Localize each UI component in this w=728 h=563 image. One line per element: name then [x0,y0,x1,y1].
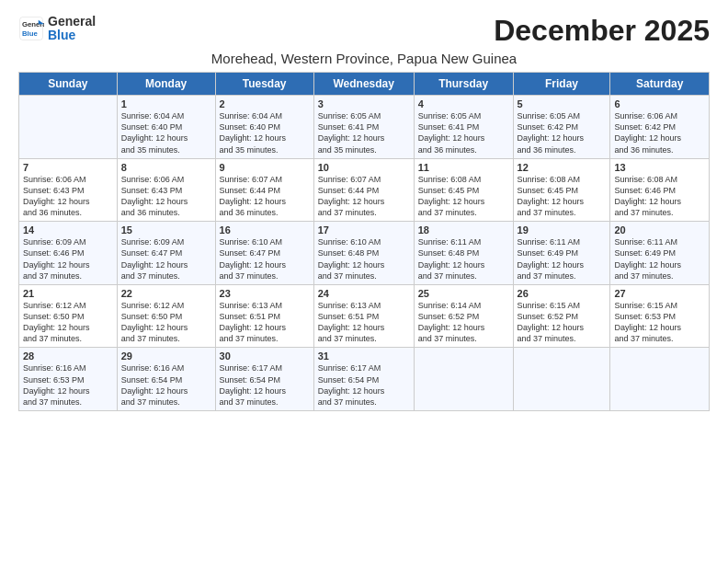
day-info: Sunrise: 6:04 AM Sunset: 6:40 PM Dayligh… [220,110,310,155]
header-cell-wednesday: Wednesday [313,73,414,96]
day-info: Sunrise: 6:16 AM Sunset: 6:54 PM Dayligh… [121,362,211,408]
header-cell-thursday: Thursday [414,73,513,96]
day-number: 31 [318,350,410,362]
header-cell-saturday: Saturday [610,73,710,96]
header-cell-friday: Friday [513,73,610,96]
day-number: 23 [220,288,310,299]
day-info: Sunrise: 6:05 AM Sunset: 6:42 PM Dayligh… [518,110,607,155]
day-number: 30 [220,350,310,362]
day-number: 17 [318,224,410,236]
calendar-cell: 8Sunrise: 6:06 AM Sunset: 6:43 PM Daylig… [117,158,215,222]
calendar-cell: 30Sunrise: 6:17 AM Sunset: 6:54 PM Dayli… [215,348,313,411]
day-number: 21 [23,288,113,299]
calendar-cell: 18Sunrise: 6:11 AM Sunset: 6:48 PM Dayli… [414,222,513,285]
day-info: Sunrise: 6:10 AM Sunset: 6:47 PM Dayligh… [220,236,310,282]
calendar-cell: 15Sunrise: 6:09 AM Sunset: 6:47 PM Dayli… [117,222,215,285]
day-number: 13 [614,162,705,173]
calendar-cell: 26Sunrise: 6:15 AM Sunset: 6:52 PM Dayli… [513,284,610,348]
calendar-cell: 31Sunrise: 6:17 AM Sunset: 6:54 PM Dayli… [313,348,414,411]
day-info: Sunrise: 6:06 AM Sunset: 6:43 PM Dayligh… [23,174,113,219]
day-info: Sunrise: 6:17 AM Sunset: 6:54 PM Dayligh… [220,362,310,408]
day-info: Sunrise: 6:14 AM Sunset: 6:52 PM Dayligh… [418,300,509,345]
page: General Blue General Blue December 2025 … [0,0,728,420]
day-number: 1 [121,98,211,109]
calendar-cell: 10Sunrise: 6:07 AM Sunset: 6:44 PM Dayli… [313,158,414,222]
header-cell-tuesday: Tuesday [215,73,313,96]
calendar-cell: 22Sunrise: 6:12 AM Sunset: 6:50 PM Dayli… [117,284,215,348]
header: General Blue General Blue December 2025 [18,15,710,47]
day-info: Sunrise: 6:08 AM Sunset: 6:46 PM Dayligh… [614,174,705,219]
day-number: 3 [318,98,410,109]
calendar-cell: 6Sunrise: 6:06 AM Sunset: 6:42 PM Daylig… [610,96,710,159]
week-row-3: 21Sunrise: 6:12 AM Sunset: 6:50 PM Dayli… [19,284,710,348]
month-title: December 2025 [494,15,710,47]
day-info: Sunrise: 6:06 AM Sunset: 6:42 PM Dayligh… [614,110,705,155]
calendar-cell: 13Sunrise: 6:08 AM Sunset: 6:46 PM Dayli… [610,158,710,222]
day-info: Sunrise: 6:05 AM Sunset: 6:41 PM Dayligh… [418,110,509,155]
day-number: 28 [23,350,113,362]
day-info: Sunrise: 6:17 AM Sunset: 6:54 PM Dayligh… [318,362,410,408]
calendar-cell: 25Sunrise: 6:14 AM Sunset: 6:52 PM Dayli… [414,284,513,348]
logo-icon: General Blue [18,16,44,41]
svg-text:Blue: Blue [22,29,39,38]
calendar-cell: 27Sunrise: 6:15 AM Sunset: 6:53 PM Dayli… [610,284,710,348]
day-info: Sunrise: 6:15 AM Sunset: 6:53 PM Dayligh… [614,300,705,345]
calendar-cell: 23Sunrise: 6:13 AM Sunset: 6:51 PM Dayli… [215,284,313,348]
logo-text: General Blue [48,15,96,43]
day-number: 4 [418,98,509,109]
calendar-table: SundayMondayTuesdayWednesdayThursdayFrid… [18,72,710,411]
calendar-cell [610,348,710,411]
week-row-4: 28Sunrise: 6:16 AM Sunset: 6:53 PM Dayli… [19,348,710,411]
day-number: 10 [318,162,410,173]
calendar-header: SundayMondayTuesdayWednesdayThursdayFrid… [19,73,710,96]
calendar-cell: 19Sunrise: 6:11 AM Sunset: 6:49 PM Dayli… [513,222,610,285]
calendar-cell: 2Sunrise: 6:04 AM Sunset: 6:40 PM Daylig… [215,96,313,159]
header-cell-monday: Monday [117,73,215,96]
day-number: 16 [220,224,310,236]
calendar-cell [513,348,610,411]
day-info: Sunrise: 6:13 AM Sunset: 6:51 PM Dayligh… [220,300,310,345]
day-info: Sunrise: 6:12 AM Sunset: 6:50 PM Dayligh… [23,300,113,345]
day-number: 2 [220,98,310,109]
day-info: Sunrise: 6:09 AM Sunset: 6:47 PM Dayligh… [121,236,211,282]
day-number: 27 [614,288,705,299]
week-row-1: 7Sunrise: 6:06 AM Sunset: 6:43 PM Daylig… [19,158,710,222]
day-number: 14 [23,224,113,236]
day-info: Sunrise: 6:05 AM Sunset: 6:41 PM Dayligh… [318,110,410,155]
day-info: Sunrise: 6:11 AM Sunset: 6:49 PM Dayligh… [518,236,607,282]
day-number: 18 [418,224,509,236]
calendar-cell: 24Sunrise: 6:13 AM Sunset: 6:51 PM Dayli… [313,284,414,348]
day-number: 24 [318,288,410,299]
calendar-cell: 21Sunrise: 6:12 AM Sunset: 6:50 PM Dayli… [19,284,118,348]
day-info: Sunrise: 6:07 AM Sunset: 6:44 PM Dayligh… [220,174,310,219]
calendar-cell: 14Sunrise: 6:09 AM Sunset: 6:46 PM Dayli… [19,222,118,285]
day-number: 19 [518,224,607,236]
day-number: 20 [614,224,705,236]
calendar-cell [19,96,118,159]
day-info: Sunrise: 6:16 AM Sunset: 6:53 PM Dayligh… [23,362,113,408]
calendar-cell: 4Sunrise: 6:05 AM Sunset: 6:41 PM Daylig… [414,96,513,159]
day-number: 7 [23,162,113,173]
calendar-body: 1Sunrise: 6:04 AM Sunset: 6:40 PM Daylig… [19,96,710,411]
calendar-cell: 1Sunrise: 6:04 AM Sunset: 6:40 PM Daylig… [117,96,215,159]
title-block: December 2025 [494,15,710,47]
day-info: Sunrise: 6:06 AM Sunset: 6:43 PM Dayligh… [121,174,211,219]
day-number: 25 [418,288,509,299]
day-number: 5 [518,98,607,109]
day-info: Sunrise: 6:15 AM Sunset: 6:52 PM Dayligh… [518,300,607,345]
subtitle: Morehead, Western Province, Papua New Gu… [18,51,710,66]
calendar-cell: 20Sunrise: 6:11 AM Sunset: 6:49 PM Dayli… [610,222,710,285]
day-info: Sunrise: 6:07 AM Sunset: 6:44 PM Dayligh… [318,174,410,219]
calendar-cell: 17Sunrise: 6:10 AM Sunset: 6:48 PM Dayli… [313,222,414,285]
day-number: 15 [121,224,211,236]
day-number: 22 [121,288,211,299]
day-number: 6 [614,98,705,109]
calendar-cell: 9Sunrise: 6:07 AM Sunset: 6:44 PM Daylig… [215,158,313,222]
calendar-cell: 7Sunrise: 6:06 AM Sunset: 6:43 PM Daylig… [19,158,118,222]
calendar-cell: 29Sunrise: 6:16 AM Sunset: 6:54 PM Dayli… [117,348,215,411]
calendar-cell: 3Sunrise: 6:05 AM Sunset: 6:41 PM Daylig… [313,96,414,159]
header-cell-sunday: Sunday [19,73,118,96]
calendar-cell [414,348,513,411]
day-number: 29 [121,350,211,362]
day-number: 8 [121,162,211,173]
